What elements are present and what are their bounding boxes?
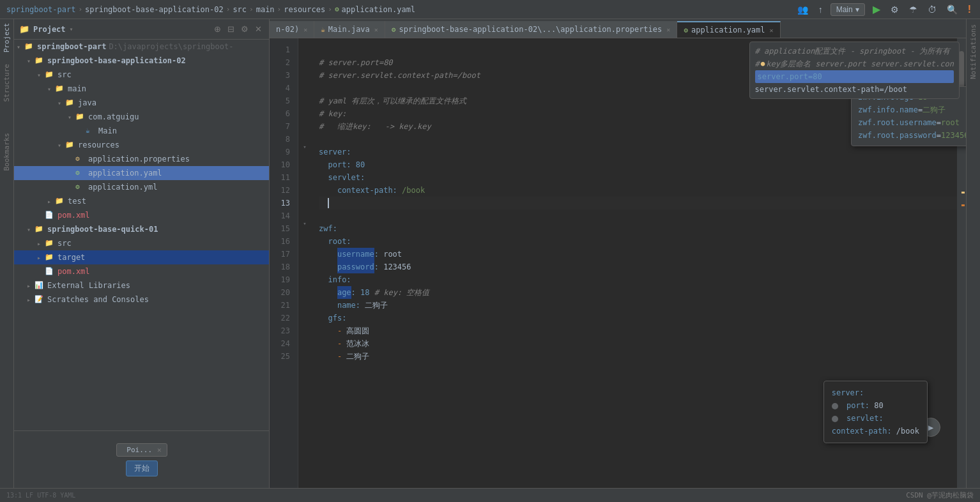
collapse-all-button[interactable]: ⊟ — [226, 24, 236, 34]
tree-item-app-yaml[interactable]: ▸ ⚙ application.yaml — [14, 166, 269, 180]
breadcrumb-sep-1: › — [78, 5, 82, 13]
gutter-16 — [298, 230, 311, 243]
locate-button[interactable]: ⊕ — [212, 24, 223, 34]
breadcrumb-part4[interactable]: main — [256, 5, 275, 14]
code-line-23: - 高圆圆 — [319, 324, 957, 337]
line-num-5: 5 — [270, 95, 295, 107]
notifications-panel-label[interactable]: Notifications — [969, 19, 977, 84]
coverage-button[interactable]: ☂ — [907, 3, 920, 16]
breadcrumb-part5[interactable]: resources — [284, 5, 325, 14]
tree-item-resources[interactable]: ▾ 📁 resources — [14, 138, 269, 152]
bottom-panel: Poi... ✕ 开始 — [14, 430, 269, 488]
scrollbar-thumb[interactable] — [959, 51, 964, 89]
line-num-9: 9 — [270, 146, 295, 158]
search-button[interactable]: 🔍 — [944, 3, 960, 16]
line-num-13: 13 — [270, 197, 295, 209]
tree-close-button[interactable]: ✕ — [253, 24, 264, 34]
tree-item-app-properties[interactable]: ▸ ⚙ application.properties — [14, 152, 269, 166]
settings-button[interactable]: ! — [965, 3, 974, 17]
tab-properties-close[interactable]: ✕ — [666, 26, 670, 33]
gutter-21 — [298, 294, 311, 307]
gutter-18 — [298, 255, 311, 268]
breadcrumb-part6[interactable]: application.yaml — [342, 5, 416, 14]
tab-main-java-label: Main.java — [328, 25, 370, 34]
line-num-2: 2 — [270, 56, 295, 69]
main-config-button[interactable]: Main ▾ — [831, 3, 865, 16]
build-button[interactable]: ⚙ — [888, 3, 901, 16]
tree-item-quick-01[interactable]: ▾ 📁 springboot-base-quick-01 — [14, 222, 269, 236]
tab-app-yaml[interactable]: ⚙ application.yaml ✕ — [677, 21, 780, 38]
app-root: springboot-part › springboot-base-applic… — [0, 0, 980, 502]
code-line-17: username: root — [319, 248, 957, 261]
gutter-3 — [298, 64, 311, 77]
top-ac-selected-item[interactable]: server.port=80 — [755, 70, 954, 83]
vcs-button[interactable]: 👥 — [795, 3, 811, 16]
tree-item-target[interactable]: ▸ 📁 target — [14, 250, 269, 264]
tab-main-java[interactable]: ☕ Main.java ✕ — [314, 21, 385, 38]
tab-app-properties[interactable]: ⚙ springboot-base-application-02\...\app… — [385, 21, 677, 38]
run-button[interactable]: ▶ — [870, 2, 883, 17]
gutter-1 — [298, 38, 311, 51]
top-ac-unselected-item[interactable]: server.servlet.context-path=/boot — [755, 83, 954, 96]
breadcrumb-part2[interactable]: springboot-base-application-02 — [85, 5, 224, 14]
tree-item-java[interactable]: ▾ 📁 java — [14, 96, 269, 110]
gutter-4 — [298, 77, 311, 89]
tab-yaml-close[interactable]: ✕ — [770, 27, 774, 34]
line-num-23: 23 — [270, 324, 295, 337]
gutter-15[interactable]: ▾ — [298, 217, 311, 230]
update-button[interactable]: ↑ — [816, 3, 825, 16]
tree-item-springboot-part[interactable]: ▾ 📁 springboot-part D:\javaprojects\spri… — [14, 40, 269, 54]
breadcrumb-part1[interactable]: springboot-part — [6, 5, 75, 14]
line-num-22: 22 — [270, 312, 295, 324]
tree-item-pom-1[interactable]: ▸ 📄 pom.xml — [14, 208, 269, 222]
project-panel-label[interactable]: Project — [3, 19, 11, 56]
poi-close[interactable]: ✕ — [157, 446, 162, 454]
start-button[interactable]: 开始 — [126, 460, 158, 476]
breadcrumb-part3[interactable]: src — [233, 5, 247, 14]
tree-item-com-atguigu[interactable]: ▾ 📁 com.atguigu — [14, 110, 269, 124]
tab-n02-close[interactable]: ✕ — [303, 26, 307, 33]
tree-item-app-yml[interactable]: ▸ ⚙ application.yml — [14, 180, 269, 194]
tree-item-main[interactable]: ▾ 📁 main — [14, 82, 269, 96]
tree-item-pom-2[interactable]: ▸ 📄 pom.xml — [14, 264, 269, 278]
tab-main-java-close[interactable]: ✕ — [374, 26, 378, 33]
tree-item-base-app-02[interactable]: ▾ 📁 springboot-base-application-02 — [14, 54, 269, 68]
left-side-panels: Project Structure — [0, 19, 14, 488]
line-num-10: 10 — [270, 158, 295, 171]
line-num-24: 24 — [270, 337, 295, 350]
ac-item-2[interactable]: zwf.info.name=二狗子 — [858, 103, 966, 116]
line-num-21: 21 — [270, 299, 295, 312]
code-line-18: password: 123456 — [319, 261, 957, 273]
tree-item-scratches[interactable]: ▸ 📝 Scratches and Consoles — [14, 293, 269, 307]
bookmarks-label[interactable]: Bookmarks — [3, 128, 11, 176]
tree-item-main-class[interactable]: ▸ ☕ Main — [14, 124, 269, 138]
fold-icon-9: ▾ — [303, 144, 306, 150]
gutter-17 — [298, 243, 311, 255]
line-num-15: 15 — [270, 222, 295, 235]
gutter-7 — [298, 115, 311, 128]
structure-panel-label[interactable]: Structure — [3, 61, 11, 105]
tree-item-src-2[interactable]: ▸ 📁 src — [14, 236, 269, 250]
profile-button[interactable]: ⏱ — [925, 3, 939, 16]
breadcrumb-sep-2: › — [226, 5, 231, 13]
gutter-10 — [298, 153, 311, 166]
tree-content: ▾ 📁 springboot-part D:\javaprojects\spri… — [14, 40, 269, 430]
gutter-13 — [298, 192, 311, 204]
ac-item-3[interactable]: zwf.root.username=root — [858, 116, 966, 129]
code-line-22: gfs: — [319, 312, 957, 324]
tree-item-src-1[interactable]: ▾ 📁 src — [14, 68, 269, 82]
tree-settings-button[interactable]: ⚙ — [239, 24, 250, 34]
ac-item-4[interactable]: zwf.root.password=123456 — [858, 129, 966, 142]
top-ac-comment-1: # application配置文件 - springboot - 为所有有 — [755, 45, 954, 57]
gutter-2 — [298, 51, 311, 64]
code-line-11: servlet: — [319, 171, 957, 184]
scroll-mark-1 — [961, 192, 965, 194]
tree-item-test[interactable]: ▸ 📁 test — [14, 194, 269, 208]
gutter-9[interactable]: ▾ — [298, 141, 311, 153]
line-num-19: 19 — [270, 273, 295, 286]
line-num-17: 17 — [270, 248, 295, 261]
bookmarks-panel: Bookmarks — [0, 128, 14, 176]
editor-area: n-02) ✕ ☕ Main.java ✕ ⚙ springboot-base-… — [270, 19, 966, 488]
tree-item-external-libs[interactable]: ▸ 📊 External Libraries — [14, 278, 269, 293]
tab-n02[interactable]: n-02) ✕ — [270, 21, 314, 38]
